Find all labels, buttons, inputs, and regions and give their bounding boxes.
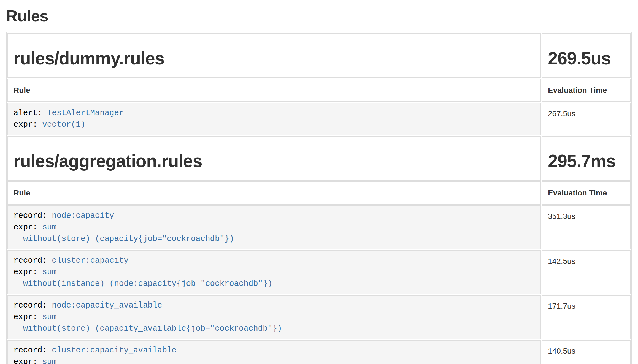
rule-expr-link[interactable]: vector(1) [42,120,85,129]
rules-page: Rules rules/dummy.rules269.5usRuleEvalua… [0,7,638,364]
rule-keyword: record: [13,301,47,310]
rule-name-link[interactable]: cluster:capacity [52,256,128,265]
evaluation-time-column-header: Evaluation Time [542,181,631,205]
rule-row: record: node:capacity expr: sum without(… [7,205,631,249]
evaluation-time-column-header: Evaluation Time [542,79,631,102]
rule-expr-link[interactable]: sum without(store) (capacity{job="cockro… [13,223,234,243]
expr-keyword: expr: [13,120,37,129]
rule-keyword: alert: [13,108,42,118]
rule-cell: alert: TestAlertManager expr: vector(1) [7,103,541,135]
rule-group-file: rules/aggregation.rules [7,136,541,181]
rule-cell: record: cluster:capacity_available expr:… [7,340,541,364]
rule-row: record: cluster:capacity_available expr:… [7,340,631,364]
rule-expr-link[interactable]: sum without(store) (capacity_available{j… [13,313,282,333]
rule-expr-link[interactable]: sum without(instance) (node:capacity{job… [13,268,272,288]
rule-keyword: record: [13,346,47,355]
rule-name-link[interactable]: node:capacity [52,211,114,220]
rule-cell: record: node:capacity expr: sum without(… [7,205,541,249]
expr-keyword: expr: [13,357,37,364]
column-header-row: RuleEvaluation Time [7,181,631,205]
rule-column-header: Rule [7,79,541,102]
expr-keyword: expr: [13,313,37,322]
column-header-row: RuleEvaluation Time [7,79,631,102]
expr-keyword: expr: [13,223,37,232]
rule-row: record: node:capacity_available expr: su… [7,295,631,339]
rule-expr-link[interactable]: sum without(instance) (node:capacity_ava… [13,357,320,364]
rule-name-link[interactable]: node:capacity_available [52,301,162,310]
rule-group-header-row: rules/aggregation.rules295.7ms [7,136,631,181]
rule-keyword: record: [13,211,47,220]
rule-column-header: Rule [7,181,541,205]
rule-keyword: record: [13,256,47,265]
rule-cell: record: cluster:capacity expr: sum witho… [7,250,541,294]
expr-keyword: expr: [13,268,37,277]
rule-group-total-time: 269.5us [542,33,631,78]
rule-group-total-time: 295.7ms [542,136,631,181]
evaluation-time-cell: 171.7us [542,295,631,339]
rule-row: record: cluster:capacity expr: sum witho… [7,250,631,294]
evaluation-time-cell: 142.5us [542,250,631,294]
rule-name-link[interactable]: TestAlertManager [47,108,124,118]
evaluation-time-cell: 140.5us [542,340,631,364]
rule-row: alert: TestAlertManager expr: vector(1)2… [7,103,631,135]
page-title: Rules [6,7,632,25]
evaluation-time-cell: 351.3us [542,205,631,249]
rule-group-file: rules/dummy.rules [7,33,541,78]
rule-name-link[interactable]: cluster:capacity_available [52,346,176,355]
rules-table: rules/dummy.rules269.5usRuleEvaluation T… [6,32,632,364]
evaluation-time-cell: 267.5us [542,103,631,135]
rule-cell: record: node:capacity_available expr: su… [7,295,541,339]
rule-group-header-row: rules/dummy.rules269.5us [7,33,631,78]
